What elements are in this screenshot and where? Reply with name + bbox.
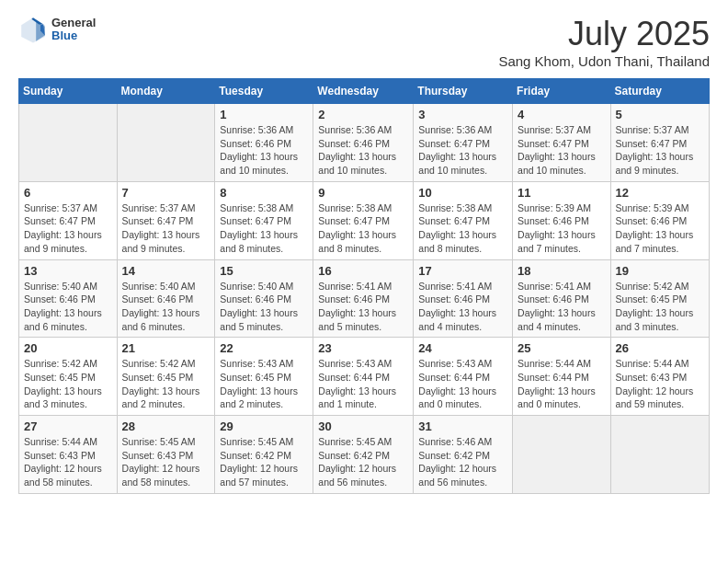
- day-cell: 3Sunrise: 5:36 AMSunset: 6:47 PMDaylight…: [414, 104, 513, 182]
- day-detail: Sunrise: 5:37 AMSunset: 6:47 PMDaylight:…: [24, 202, 102, 254]
- day-detail: Sunrise: 5:44 AMSunset: 6:43 PMDaylight:…: [24, 436, 102, 488]
- day-cell: 15Sunrise: 5:40 AMSunset: 6:46 PMDayligh…: [215, 259, 313, 338]
- day-detail: Sunrise: 5:40 AMSunset: 6:46 PMDaylight:…: [122, 281, 200, 332]
- day-detail: Sunrise: 5:42 AMSunset: 6:45 PMDaylight:…: [122, 358, 200, 409]
- day-detail: Sunrise: 5:42 AMSunset: 6:45 PMDaylight:…: [24, 358, 102, 409]
- day-number: 13: [24, 264, 112, 278]
- day-number: 2: [318, 108, 408, 121]
- day-number: 31: [418, 419, 507, 433]
- day-detail: Sunrise: 5:44 AMSunset: 6:44 PMDaylight:…: [518, 358, 596, 409]
- calendar-title: July 2025: [498, 15, 710, 53]
- day-cell: 23Sunrise: 5:43 AMSunset: 6:44 PMDayligh…: [313, 338, 414, 416]
- day-detail: Sunrise: 5:37 AMSunset: 6:47 PMDaylight:…: [122, 202, 200, 254]
- day-cell: 16Sunrise: 5:41 AMSunset: 6:46 PMDayligh…: [313, 259, 414, 338]
- week-row-1: 1Sunrise: 5:36 AMSunset: 6:46 PMDaylight…: [19, 104, 710, 182]
- day-cell: 18Sunrise: 5:41 AMSunset: 6:46 PMDayligh…: [513, 259, 611, 338]
- week-row-3: 13Sunrise: 5:40 AMSunset: 6:46 PMDayligh…: [19, 259, 710, 338]
- header-sunday: Sunday: [19, 79, 118, 104]
- day-number: 14: [122, 264, 210, 278]
- day-detail: Sunrise: 5:41 AMSunset: 6:46 PMDaylight:…: [418, 281, 496, 332]
- day-cell: 24Sunrise: 5:43 AMSunset: 6:44 PMDayligh…: [414, 338, 513, 416]
- day-number: 26: [616, 341, 704, 355]
- day-number: 7: [122, 186, 210, 200]
- day-cell: 19Sunrise: 5:42 AMSunset: 6:45 PMDayligh…: [610, 259, 709, 338]
- day-cell: [19, 104, 118, 182]
- day-cell: 10Sunrise: 5:38 AMSunset: 6:47 PMDayligh…: [414, 181, 513, 259]
- day-detail: Sunrise: 5:45 AMSunset: 6:42 PMDaylight:…: [318, 436, 396, 488]
- day-detail: Sunrise: 5:46 AMSunset: 6:42 PMDaylight:…: [418, 436, 496, 488]
- day-number: 28: [122, 419, 210, 433]
- day-number: 15: [220, 264, 308, 278]
- week-row-2: 6Sunrise: 5:37 AMSunset: 6:47 PMDaylight…: [19, 181, 710, 259]
- day-number: 18: [518, 264, 606, 278]
- day-detail: Sunrise: 5:43 AMSunset: 6:44 PMDaylight:…: [318, 358, 396, 409]
- day-number: 5: [616, 108, 704, 121]
- logo-general: General: [51, 17, 96, 29]
- day-number: 1: [220, 108, 308, 121]
- title-area: July 2025 Sang Khom, Udon Thani, Thailan…: [498, 15, 710, 69]
- day-detail: Sunrise: 5:38 AMSunset: 6:47 PMDaylight:…: [418, 202, 496, 254]
- header-friday: Friday: [513, 79, 611, 104]
- day-detail: Sunrise: 5:36 AMSunset: 6:46 PMDaylight:…: [318, 124, 396, 176]
- day-cell: 29Sunrise: 5:45 AMSunset: 6:42 PMDayligh…: [215, 416, 313, 494]
- day-cell: 28Sunrise: 5:45 AMSunset: 6:43 PMDayligh…: [117, 416, 215, 494]
- day-number: 25: [518, 341, 606, 355]
- day-detail: Sunrise: 5:39 AMSunset: 6:46 PMDaylight:…: [518, 202, 596, 254]
- header-wednesday: Wednesday: [313, 79, 414, 104]
- day-cell: 8Sunrise: 5:38 AMSunset: 6:47 PMDaylight…: [215, 181, 313, 259]
- header-thursday: Thursday: [414, 79, 513, 104]
- day-number: 8: [220, 186, 308, 200]
- day-number: 19: [616, 264, 704, 278]
- day-cell: 11Sunrise: 5:39 AMSunset: 6:46 PMDayligh…: [513, 181, 611, 259]
- logo-text: General Blue: [51, 17, 96, 43]
- day-cell: 20Sunrise: 5:42 AMSunset: 6:45 PMDayligh…: [19, 338, 118, 416]
- header-monday: Monday: [117, 79, 215, 104]
- logo-icon: [18, 15, 48, 44]
- day-cell: 17Sunrise: 5:41 AMSunset: 6:46 PMDayligh…: [414, 259, 513, 338]
- day-detail: Sunrise: 5:39 AMSunset: 6:46 PMDaylight:…: [616, 202, 694, 254]
- day-number: 24: [418, 341, 507, 355]
- day-detail: Sunrise: 5:45 AMSunset: 6:42 PMDaylight:…: [220, 436, 298, 488]
- day-number: 22: [220, 341, 308, 355]
- day-detail: Sunrise: 5:44 AMSunset: 6:43 PMDaylight:…: [616, 358, 694, 409]
- day-detail: Sunrise: 5:43 AMSunset: 6:45 PMDaylight:…: [220, 358, 298, 409]
- logo: General Blue: [18, 15, 96, 44]
- day-number: 4: [518, 108, 606, 121]
- day-number: 27: [24, 419, 112, 433]
- day-cell: 5Sunrise: 5:37 AMSunset: 6:47 PMDaylight…: [610, 104, 709, 182]
- day-cell: 21Sunrise: 5:42 AMSunset: 6:45 PMDayligh…: [117, 338, 215, 416]
- day-cell: 6Sunrise: 5:37 AMSunset: 6:47 PMDaylight…: [19, 181, 118, 259]
- day-detail: Sunrise: 5:41 AMSunset: 6:46 PMDaylight:…: [518, 281, 596, 332]
- logo-blue: Blue: [51, 29, 96, 42]
- page-header: General Blue July 2025 Sang Khom, Udon T…: [18, 15, 710, 69]
- day-number: 9: [318, 186, 408, 200]
- day-cell: 30Sunrise: 5:45 AMSunset: 6:42 PMDayligh…: [313, 416, 414, 494]
- day-detail: Sunrise: 5:40 AMSunset: 6:46 PMDaylight:…: [24, 281, 102, 332]
- day-number: 16: [318, 264, 408, 278]
- day-detail: Sunrise: 5:37 AMSunset: 6:47 PMDaylight:…: [518, 124, 596, 176]
- calendar-subtitle: Sang Khom, Udon Thani, Thailand: [498, 53, 710, 69]
- day-detail: Sunrise: 5:36 AMSunset: 6:46 PMDaylight:…: [220, 124, 298, 176]
- day-number: 23: [318, 341, 408, 355]
- day-cell: [610, 416, 709, 494]
- header-tuesday: Tuesday: [215, 79, 313, 104]
- day-cell: 22Sunrise: 5:43 AMSunset: 6:45 PMDayligh…: [215, 338, 313, 416]
- day-detail: Sunrise: 5:38 AMSunset: 6:47 PMDaylight:…: [318, 202, 396, 254]
- day-number: 10: [418, 186, 507, 200]
- header-saturday: Saturday: [610, 79, 709, 104]
- day-number: 12: [616, 186, 704, 200]
- day-cell: 31Sunrise: 5:46 AMSunset: 6:42 PMDayligh…: [414, 416, 513, 494]
- day-cell: 27Sunrise: 5:44 AMSunset: 6:43 PMDayligh…: [19, 416, 118, 494]
- day-detail: Sunrise: 5:41 AMSunset: 6:46 PMDaylight:…: [318, 281, 396, 332]
- day-cell: 26Sunrise: 5:44 AMSunset: 6:43 PMDayligh…: [610, 338, 709, 416]
- day-cell: 13Sunrise: 5:40 AMSunset: 6:46 PMDayligh…: [19, 259, 118, 338]
- day-detail: Sunrise: 5:43 AMSunset: 6:44 PMDaylight:…: [418, 358, 496, 409]
- day-cell: 25Sunrise: 5:44 AMSunset: 6:44 PMDayligh…: [513, 338, 611, 416]
- day-cell: [513, 416, 611, 494]
- day-cell: [117, 104, 215, 182]
- day-number: 11: [518, 186, 606, 200]
- header-row: SundayMondayTuesdayWednesdayThursdayFrid…: [19, 79, 710, 104]
- day-number: 20: [24, 341, 112, 355]
- day-cell: 9Sunrise: 5:38 AMSunset: 6:47 PMDaylight…: [313, 181, 414, 259]
- day-detail: Sunrise: 5:45 AMSunset: 6:43 PMDaylight:…: [122, 436, 200, 488]
